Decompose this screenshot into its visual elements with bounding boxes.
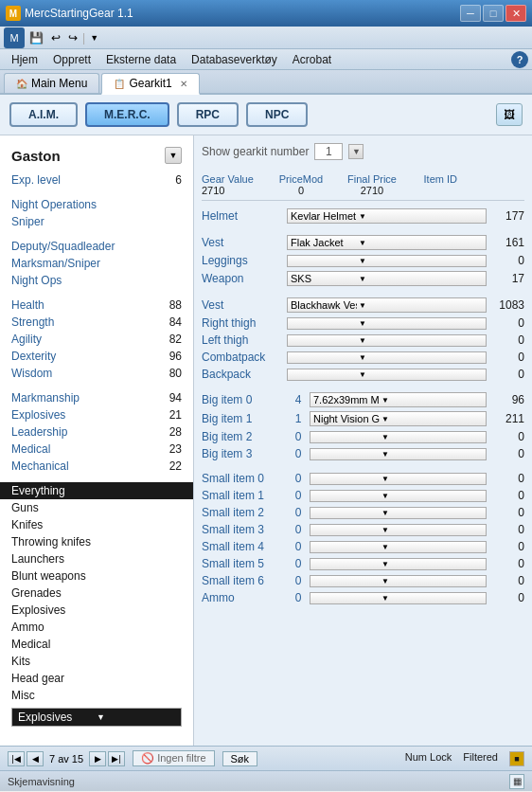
save-icon[interactable]: 💾 — [27, 29, 46, 46]
no-filter-button[interactable]: 🚫 Ingen filtre — [133, 750, 214, 766]
tab-main-menu[interactable]: 🏠 Main Menu — [4, 73, 99, 93]
gear-item-dropdown[interactable]: ▼ — [310, 473, 487, 485]
gear-item-qty[interactable]: 0 — [287, 506, 310, 519]
gear-item-qty[interactable]: 0 — [287, 540, 310, 553]
nav-prev-button[interactable]: ◀ — [27, 751, 44, 766]
cat-ammo[interactable]: Ammo — [0, 619, 193, 636]
gear-item-id: 0 — [487, 540, 524, 553]
nav-next-button[interactable]: ▶ — [89, 751, 106, 766]
gear-item-dropdown[interactable]: SKS▼ — [287, 271, 487, 286]
cat-misc[interactable]: Misc — [0, 687, 193, 704]
category-list: Everything Guns Knifes Throwing knifes L… — [0, 482, 193, 704]
gear-item-dropdown[interactable]: ▼ — [310, 575, 487, 587]
close-button[interactable]: ✕ — [505, 5, 526, 22]
maximize-button[interactable]: □ — [483, 5, 504, 22]
strength-value: 84 — [169, 315, 182, 329]
gear-item-id: 0 — [487, 591, 524, 604]
customize-icon[interactable]: ▼ — [87, 31, 101, 45]
gear-item-dropdown[interactable]: ▼ — [287, 334, 487, 347]
navigation-controls[interactable]: |◀ ◀ 7 av 15 ▶ ▶| — [8, 751, 125, 766]
gear-item-dropdown[interactable]: ▼ — [310, 541, 487, 553]
cat-guns[interactable]: Guns — [0, 499, 193, 516]
gear-item-dropdown[interactable]: Blackhawk Vest▼ — [287, 297, 487, 313]
wisdom-row: Wisdom 80 — [0, 365, 193, 382]
gear-item-dropdown[interactable]: ▼ — [287, 255, 487, 267]
gear-item-qty[interactable]: 0 — [287, 574, 310, 587]
table-row: Big item 20▼0 — [202, 428, 524, 445]
rpc-button[interactable]: RPC — [177, 102, 239, 127]
gear-item-qty[interactable]: 0 — [287, 447, 310, 460]
aim-button[interactable]: A.I.M. — [9, 102, 78, 127]
menu-databaseverktoy[interactable]: Databaseverktøy — [184, 51, 285, 68]
gear-item-qty[interactable]: 0 — [287, 430, 310, 443]
help-icon[interactable]: ? — [511, 51, 528, 68]
gear-item-dropdown[interactable]: ▼ — [287, 369, 487, 381]
redo-icon[interactable]: ↪ — [65, 29, 80, 46]
cat-head-gear[interactable]: Head gear — [0, 670, 193, 687]
tab-close-icon[interactable]: ✕ — [180, 79, 187, 89]
cat-medical[interactable]: Medical — [0, 636, 193, 653]
cat-launchers[interactable]: Launchers — [0, 550, 193, 567]
cat-explosives[interactable]: Explosives — [0, 602, 193, 619]
menu-hjem[interactable]: Hjem — [4, 51, 45, 68]
gear-value-amount: 2710 — [202, 185, 268, 196]
gear-item-qty[interactable]: 0 — [287, 472, 310, 485]
cat-throwing-knifes[interactable]: Throwing knifes — [0, 533, 193, 550]
bottom-category-dropdown[interactable]: Explosives ▼ — [11, 708, 182, 727]
gear-item-dropdown[interactable]: ▼ — [310, 524, 487, 536]
toolbar-extra-icon[interactable]: 🖼 — [496, 103, 523, 126]
gear-item-dropdown[interactable]: Night Vision Gog.▼ — [310, 411, 487, 426]
undo-icon[interactable]: ↩ — [48, 29, 63, 46]
character-dropdown[interactable]: ▼ — [165, 147, 182, 164]
minimize-button[interactable]: ─ — [460, 5, 481, 22]
bottom-bar: Skjemavisning ▦ — [0, 770, 532, 791]
gear-item-dropdown[interactable]: ▼ — [310, 448, 487, 460]
health-label: Health — [11, 298, 44, 312]
gear-item-qty[interactable]: 1 — [287, 412, 310, 425]
menu-opprett[interactable]: Opprett — [45, 51, 98, 68]
dropdown-arrow-icon: ▼ — [381, 594, 389, 603]
nav-first-button[interactable]: |◀ — [8, 751, 25, 766]
gear-item-qty[interactable]: 4 — [287, 393, 310, 406]
leadership-value: 28 — [169, 425, 182, 439]
gear-item-qty[interactable]: 0 — [287, 591, 310, 604]
gear-item-qty[interactable]: 0 — [287, 489, 310, 502]
gear-item-dropdown[interactable]: Flak Jacket▼ — [287, 235, 487, 250]
table-row: Big item 11Night Vision Gog.▼211 — [202, 409, 524, 428]
gearkit-number-dropdown[interactable]: ▼ — [348, 144, 364, 159]
gearkit-number[interactable]: 1 — [314, 143, 343, 160]
tab-bar: 🏠 Main Menu 📋 Gearkit1 ✕ — [0, 70, 532, 95]
cat-knifes[interactable]: Knifes — [0, 516, 193, 533]
title-bar-left: M MercStartingGear 1.1 — [6, 6, 133, 21]
gear-item-dropdown[interactable]: ▼ — [310, 490, 487, 502]
merc-button[interactable]: M.E.R.C. — [85, 102, 169, 127]
gear-item-dropdown[interactable]: ▼ — [310, 558, 487, 570]
agility-label: Agility — [11, 333, 42, 346]
gear-item-label: Weapon — [202, 272, 287, 285]
cat-blunt-weapons[interactable]: Blunt weapons — [0, 567, 193, 585]
gear-item-dropdown[interactable]: ▼ — [287, 317, 487, 330]
nav-last-button[interactable]: ▶| — [108, 751, 125, 766]
cat-everything[interactable]: Everything — [0, 482, 193, 499]
menu-eksterne-data[interactable]: Eksterne data — [98, 51, 184, 68]
cat-grenades[interactable]: Grenades — [0, 585, 193, 602]
nav-position: 7 av 15 — [45, 753, 87, 765]
cat-kits[interactable]: Kits — [0, 653, 193, 670]
tab-gearkit1[interactable]: 📋 Gearkit1 ✕ — [101, 73, 199, 95]
exp-level-label: Exp. level — [11, 173, 61, 187]
gear-item-qty[interactable]: 0 — [287, 523, 310, 536]
gear-item-label: Left thigh — [202, 333, 287, 347]
gear-item-dropdown[interactable]: ▼ — [310, 431, 487, 443]
gear-item-dropdown[interactable]: ▼ — [287, 351, 487, 364]
dropdown-arrow-icon: ▼ — [381, 543, 389, 551]
right-panel: Show gearkit number 1 ▼ Gear Value 2710 … — [194, 135, 532, 746]
window-controls[interactable]: ─ □ ✕ — [460, 5, 526, 22]
menu-acrobat[interactable]: Acrobat — [285, 51, 339, 68]
gear-item-dropdown[interactable]: ▼ — [310, 507, 487, 519]
gear-item-qty[interactable]: 0 — [287, 557, 310, 570]
npc-button[interactable]: NPC — [246, 102, 308, 127]
gear-item-dropdown[interactable]: ▼ — [310, 592, 487, 604]
search-button[interactable]: Søk — [222, 751, 258, 766]
gear-item-dropdown[interactable]: Kevlar Helmet▼ — [287, 208, 487, 224]
gear-item-dropdown[interactable]: 7.62x39mm Mag.▼ — [310, 392, 487, 407]
